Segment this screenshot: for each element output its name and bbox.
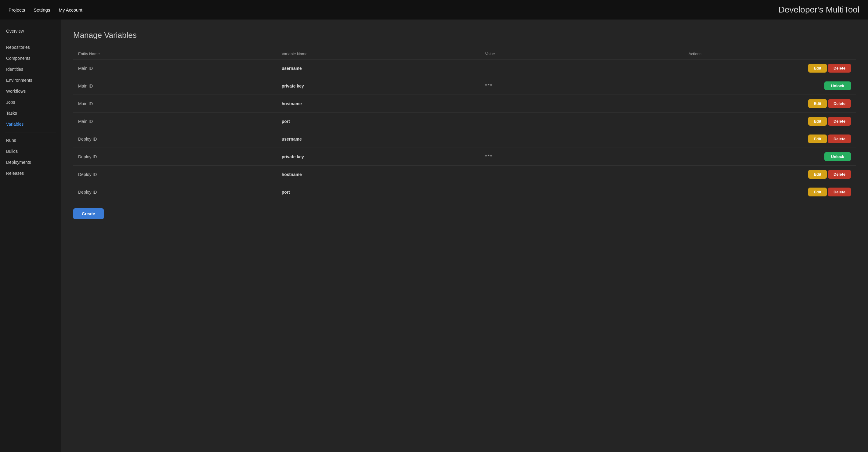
cell-value: ***	[480, 148, 684, 166]
cell-entity: Main ID	[73, 112, 277, 130]
cell-variable: private key	[277, 148, 480, 166]
col-header-actions: Actions	[684, 49, 856, 60]
cell-value	[480, 130, 684, 148]
col-header-entity: Entity Name	[73, 49, 277, 60]
nav-my-account[interactable]: My Account	[59, 7, 83, 12]
table-row: Main IDportEditDelete	[73, 112, 856, 130]
cell-actions: EditDelete	[684, 95, 856, 112]
col-header-variable: Variable Name	[277, 49, 480, 60]
sidebar-item-environments[interactable]: Environments	[0, 75, 61, 86]
cell-actions: Unlock	[684, 77, 856, 95]
sidebar-item-repositories[interactable]: Repositories	[0, 42, 61, 53]
main-content: Manage Variables Entity Name Variable Na…	[61, 20, 868, 452]
nav-settings[interactable]: Settings	[34, 7, 50, 12]
delete-button[interactable]: Delete	[828, 134, 851, 143]
cell-variable: username	[277, 60, 480, 77]
cell-entity: Main ID	[73, 95, 277, 112]
delete-button[interactable]: Delete	[828, 117, 851, 126]
cell-entity: Main ID	[73, 77, 277, 95]
sidebar-item-runs[interactable]: Runs	[0, 135, 61, 146]
sidebar-item-overview[interactable]: Overview	[0, 26, 61, 37]
sidebar-divider-2	[5, 132, 56, 132]
cell-actions: EditDelete	[684, 183, 856, 201]
cell-entity: Deploy ID	[73, 148, 277, 166]
sidebar-item-jobs[interactable]: Jobs	[0, 97, 61, 108]
edit-button[interactable]: Edit	[808, 134, 827, 143]
cell-value	[480, 183, 684, 201]
cell-variable: username	[277, 130, 480, 148]
table-row: Deploy IDhostnameEditDelete	[73, 166, 856, 183]
sidebar-item-tasks[interactable]: Tasks	[0, 108, 61, 119]
edit-button[interactable]: Edit	[808, 99, 827, 108]
sidebar: Overview Repositories Components Identit…	[0, 20, 61, 452]
table-row: Deploy IDportEditDelete	[73, 183, 856, 201]
sidebar-item-builds[interactable]: Builds	[0, 146, 61, 157]
create-button[interactable]: Create	[73, 208, 104, 219]
edit-button[interactable]: Edit	[808, 170, 827, 179]
delete-button[interactable]: Delete	[828, 170, 851, 179]
cell-variable: hostname	[277, 166, 480, 183]
cell-entity: Deploy ID	[73, 183, 277, 201]
table-row: Main IDusernameEditDelete	[73, 60, 856, 77]
unlock-button[interactable]: Unlock	[824, 82, 851, 90]
cell-value: ***	[480, 77, 684, 95]
edit-button[interactable]: Edit	[808, 64, 827, 73]
sidebar-item-components[interactable]: Components	[0, 53, 61, 64]
cell-value	[480, 166, 684, 183]
variables-table: Entity Name Variable Name Value Actions …	[73, 49, 856, 201]
cell-actions: EditDelete	[684, 60, 856, 77]
sidebar-item-workflows[interactable]: Workflows	[0, 86, 61, 97]
cell-variable: private key	[277, 77, 480, 95]
unlock-button[interactable]: Unlock	[824, 152, 851, 161]
delete-button[interactable]: Delete	[828, 99, 851, 108]
sidebar-item-deployments[interactable]: Deployments	[0, 157, 61, 168]
table-header: Entity Name Variable Name Value Actions	[73, 49, 856, 60]
cell-variable: port	[277, 112, 480, 130]
cell-entity: Deploy ID	[73, 166, 277, 183]
cell-actions: EditDelete	[684, 166, 856, 183]
cell-value	[480, 95, 684, 112]
table-row: Main IDhostnameEditDelete	[73, 95, 856, 112]
cell-entity: Main ID	[73, 60, 277, 77]
sidebar-item-identities[interactable]: Identities	[0, 64, 61, 75]
main-layout: Overview Repositories Components Identit…	[0, 20, 868, 452]
nav-links: Projects Settings My Account	[8, 7, 83, 12]
cell-variable: hostname	[277, 95, 480, 112]
table-row: Main IDprivate key***Unlock	[73, 77, 856, 95]
col-header-value: Value	[480, 49, 684, 60]
sidebar-item-releases[interactable]: Releases	[0, 168, 61, 179]
cell-variable: port	[277, 183, 480, 201]
delete-button[interactable]: Delete	[828, 64, 851, 73]
table-body: Main IDusernameEditDeleteMain IDprivate …	[73, 60, 856, 201]
nav-projects[interactable]: Projects	[8, 7, 25, 12]
app-title: Developer's MultiTool	[779, 5, 860, 14]
cell-value	[480, 60, 684, 77]
edit-button[interactable]: Edit	[808, 117, 827, 126]
sidebar-item-variables[interactable]: Variables	[0, 119, 61, 130]
cell-actions: Unlock	[684, 148, 856, 166]
cell-entity: Deploy ID	[73, 130, 277, 148]
cell-actions: EditDelete	[684, 112, 856, 130]
page-title: Manage Variables	[73, 31, 856, 40]
edit-button[interactable]: Edit	[808, 188, 827, 196]
sidebar-divider-1	[5, 39, 56, 39]
cell-value	[480, 112, 684, 130]
top-navbar: Projects Settings My Account Developer's…	[0, 0, 868, 20]
table-row: Deploy IDprivate key***Unlock	[73, 148, 856, 166]
table-row: Deploy IDusernameEditDelete	[73, 130, 856, 148]
delete-button[interactable]: Delete	[828, 188, 851, 196]
cell-actions: EditDelete	[684, 130, 856, 148]
